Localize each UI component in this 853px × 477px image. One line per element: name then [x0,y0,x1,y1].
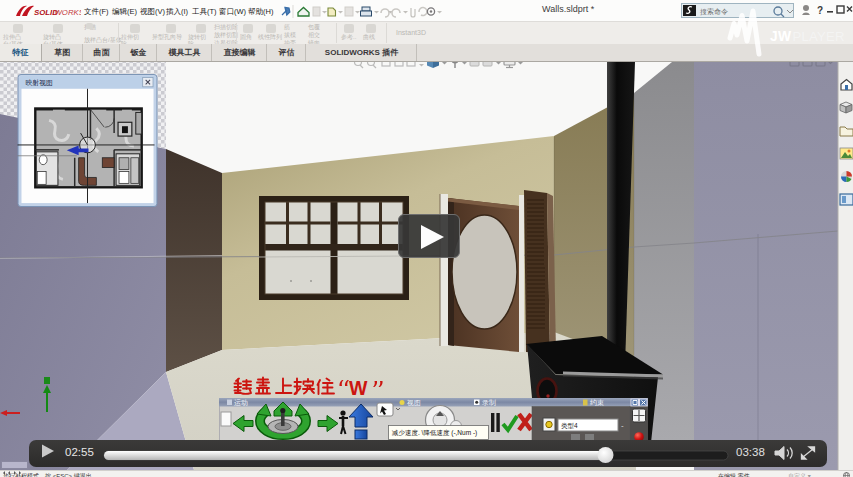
svg-text:W: W [349,377,368,399]
svg-text:-: - [621,421,624,430]
svg-text:映射视图: 映射视图 [25,79,53,87]
svg-text:PLAYER: PLAYER [793,29,845,44]
svg-text:录制: 录制 [482,399,496,407]
svg-text:WORKS: WORKS [55,8,82,17]
svg-text:类型4: 类型4 [561,422,578,429]
svg-text:约束: 约束 [590,399,604,407]
svg-text:JW: JW [770,29,792,44]
svg-text:视图: 视图 [407,399,421,407]
svg-text:02:55: 02:55 [65,446,94,458]
svg-text:运动: 运动 [234,399,248,406]
svg-text:减少速度. \降低速度 (-,Num -): 减少速度. \降低速度 (-,Num -) [392,429,477,437]
svg-text:03:38: 03:38 [736,446,765,458]
